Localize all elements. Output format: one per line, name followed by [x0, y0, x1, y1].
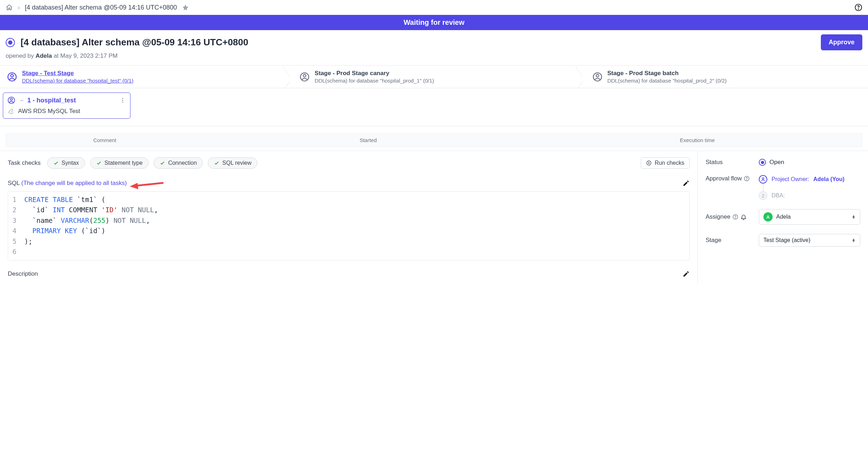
svg-point-17 — [747, 180, 747, 180]
stage-title: Stage - Test Stage — [22, 70, 133, 77]
stage-prod-canary[interactable]: Stage - Prod Stage canary DDL(schema) fo… — [283, 66, 575, 88]
svg-point-12 — [122, 102, 123, 103]
user-icon — [592, 72, 602, 82]
user-icon — [7, 72, 17, 82]
user-icon — [7, 96, 15, 104]
stage-prod-batch[interactable]: Stage - Prod Stage batch DDL(schema) for… — [575, 66, 868, 88]
task-name: 1 - hospital_test — [27, 97, 76, 104]
breadcrumb-title[interactable]: [4 databases] Alter schema @05-09 14:16 … — [25, 4, 177, 11]
svg-point-18 — [762, 178, 764, 179]
page-header: [4 databases] Alter schema @05-09 14:16 … — [0, 30, 868, 52]
stage-test[interactable]: Stage - Test Stage DDL(schema) for datab… — [0, 66, 283, 88]
home-icon[interactable] — [6, 4, 13, 11]
status-value: Open — [769, 159, 784, 166]
avatar: A — [763, 212, 773, 221]
svg-line-14 — [136, 183, 163, 186]
step-number-badge: 2 — [759, 191, 767, 200]
sql-code-content: CREATE TABLE `tm1` ( `id` INT COMMENT 'I… — [20, 192, 162, 260]
top-bar: › [4 databases] Alter schema @05-09 14:1… — [0, 0, 868, 15]
user-icon — [300, 72, 310, 82]
play-circle-icon — [646, 160, 652, 166]
run-checks-button[interactable]: Run checks — [641, 157, 690, 169]
assignee-value: Adela — [776, 214, 791, 220]
svg-point-9 — [10, 98, 12, 100]
sql-header-row: SQL (The change will be applied to all t… — [8, 178, 690, 189]
database-icon — [7, 108, 15, 115]
task-checks-label: Task checks — [8, 159, 41, 167]
status-label: Status — [706, 159, 759, 166]
status-banner: Waiting for review — [0, 15, 868, 30]
task-more-icon[interactable] — [119, 97, 126, 103]
assignee-label: Assignee — [706, 213, 730, 220]
check-statement-type[interactable]: Statement type — [90, 157, 149, 169]
breadcrumb: › [4 databases] Alter schema @05-09 14:1… — [6, 4, 189, 11]
sql-note: (The change will be applied to all tasks… — [21, 180, 127, 187]
svg-point-3 — [11, 74, 13, 77]
stage-progress: Stage - Test Stage DDL(schema) for datab… — [0, 65, 868, 88]
status-row: Status Open — [706, 159, 860, 166]
page-title: [4 databases] Alter schema @05-09 14:16 … — [21, 37, 248, 48]
check-syntax[interactable]: Syntax — [47, 157, 85, 169]
stage-row: Stage Test Stage (active) ▲▼ — [706, 234, 860, 247]
help-icon[interactable] — [744, 176, 750, 181]
task-card[interactable]: → 1 - hospital_test AWS RDS MySQL Test — [3, 92, 130, 119]
stage-select[interactable]: Test Stage (active) ▲▼ — [759, 234, 860, 247]
check-icon — [214, 160, 219, 166]
approval-flow-label: Approval flow — [706, 175, 742, 182]
svg-point-10 — [122, 98, 123, 99]
log-col-comment: Comment — [6, 134, 204, 147]
approval-assignee[interactable]: Adela (You) — [813, 176, 845, 182]
description-row: Description — [8, 270, 690, 277]
activity-log-header: Comment Started Execution time — [6, 133, 862, 147]
edit-sql-icon[interactable] — [683, 180, 690, 187]
check-sql-review[interactable]: SQL review — [208, 157, 257, 169]
line-gutter: 1 2 3 4 5 6 — [8, 192, 20, 260]
status-open-icon — [759, 159, 766, 166]
main-area: Task checks Syntax Statement type Connec… — [0, 151, 868, 284]
star-icon[interactable] — [182, 4, 189, 11]
stage-title: Stage - Prod Stage canary — [315, 70, 434, 77]
svg-point-7 — [596, 74, 599, 77]
check-connection[interactable]: Connection — [154, 157, 203, 169]
arrow-right-icon: → — [19, 97, 24, 103]
sidebar: Status Open Approval flow Project Owner: — [698, 151, 868, 284]
stage-subtitle: DDL(schema) for database "hospital_test"… — [22, 78, 133, 84]
check-icon — [160, 160, 165, 166]
approval-flow-row: Approval flow Project Owner: Adela (You)… — [706, 175, 860, 200]
help-icon[interactable] — [733, 214, 738, 220]
task-card-area: → 1 - hospital_test AWS RDS MySQL Test — [0, 88, 868, 126]
approval-step-1: Project Owner: Adela (You) — [759, 175, 860, 184]
breadcrumb-separator-icon: › — [18, 4, 20, 11]
task-checks-row: Task checks Syntax Statement type Connec… — [8, 157, 690, 169]
edit-description-icon[interactable] — [683, 270, 690, 277]
select-caret-icon: ▲▼ — [852, 215, 856, 219]
svg-marker-15 — [130, 183, 138, 189]
approval-step-2: 2 DBA: — [759, 191, 860, 200]
sql-code-editor[interactable]: 1 2 3 4 5 6 CREATE TABLE `tm1` ( `id` IN… — [8, 191, 690, 260]
help-icon[interactable] — [855, 4, 862, 11]
stage-subtitle: DDL(schema) for database "hospital_prod_… — [607, 78, 727, 84]
approval-role: Project Owner: — [772, 176, 809, 182]
log-col-exectime: Execution time — [533, 134, 862, 147]
svg-point-20 — [735, 218, 735, 218]
svg-point-1 — [858, 9, 858, 9]
approve-button[interactable]: Approve — [821, 34, 862, 50]
check-icon — [53, 160, 59, 166]
description-label: Description — [8, 270, 38, 277]
annotation-arrow-icon — [130, 179, 165, 190]
stage-label: Stage — [706, 237, 759, 244]
bell-icon[interactable] — [740, 214, 747, 220]
stage-subtitle: DDL(schema) for database "hospital_prod_… — [315, 78, 434, 84]
stage-title: Stage - Prod Stage batch — [607, 70, 727, 77]
approval-role: DBA: — [772, 192, 785, 199]
check-icon — [96, 160, 102, 166]
issue-status-icon — [6, 38, 15, 47]
svg-point-11 — [122, 100, 123, 101]
stage-value: Test Stage (active) — [763, 237, 811, 243]
assignee-select[interactable]: A Adela ▲▼ — [759, 209, 860, 225]
select-caret-icon: ▲▼ — [852, 238, 856, 242]
main-left: Task checks Syntax Statement type Connec… — [0, 151, 698, 284]
opened-by-line: opened by Adela at May 9, 2023 2:17 PM — [0, 52, 868, 65]
user-icon — [759, 175, 767, 184]
log-col-started: Started — [204, 134, 533, 147]
